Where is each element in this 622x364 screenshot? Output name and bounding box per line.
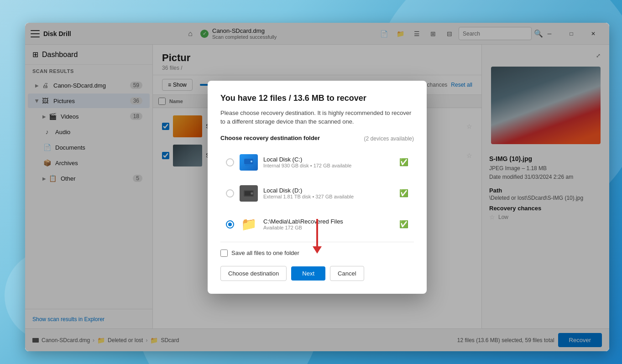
recovery-modal: You have 12 files / 13.6 MB to recover P…	[208, 81, 427, 294]
modal-footer: Choose destination Next Cancel	[220, 266, 414, 281]
radio-btn-d[interactable]	[226, 189, 234, 198]
modal-description: Please choose recovery destination. It i…	[220, 109, 414, 126]
device-info-folder: C:\Media\Lab\Recovered Files Available 1…	[263, 218, 394, 230]
choose-destination-btn[interactable]: Choose destination	[220, 266, 287, 281]
device-ok-c: ✅	[399, 158, 408, 166]
save-to-one-folder-checkbox[interactable]	[220, 250, 228, 257]
device-name-d: Local Disk (D:)	[263, 187, 394, 194]
device-name-folder: C:\Media\Lab\Recovered Files	[263, 218, 394, 225]
next-btn[interactable]: Next	[291, 266, 325, 281]
device-name-c: Local Disk (C:)	[263, 156, 394, 163]
device-desc-folder: Available 172 GB	[263, 225, 394, 230]
arrow-head	[313, 246, 322, 254]
app-window: Disk Drill ⌂ ✓ Canon-SDcard.dmg Scan com…	[25, 23, 609, 351]
modal-section-label: Choose recovery destination folder	[220, 135, 320, 141]
modal-section-header: Choose recovery destination folder (2 de…	[220, 135, 414, 143]
save-to-one-folder-label: Save all files to one folder	[231, 250, 299, 256]
svg-point-2	[251, 161, 252, 162]
svg-rect-1	[245, 165, 252, 166]
device-option-c[interactable]: Local Disk (C:) Internal 930 GB disk • 1…	[220, 149, 414, 176]
arrow-indicator	[313, 219, 322, 254]
modal-title: You have 12 files / 13.6 MB to recover	[220, 94, 414, 103]
arrow-shaft	[316, 219, 318, 246]
device-option-d[interactable]: Local Disk (D:) External 1.81 TB disk • …	[220, 180, 414, 207]
radio-btn-folder[interactable]	[226, 220, 234, 229]
device-icon-folder: 📁	[240, 216, 258, 233]
device-ok-folder: ✅	[399, 220, 408, 229]
device-icon-c	[240, 154, 258, 171]
device-desc-d: External 1.81 TB disk • 327 GB available	[263, 194, 394, 199]
device-desc-c: Internal 930 GB disk • 172 GB available	[263, 163, 394, 168]
modal-overlay: You have 12 files / 13.6 MB to recover P…	[25, 23, 609, 351]
device-info-d: Local Disk (D:) External 1.81 TB disk • …	[263, 187, 394, 199]
radio-btn-c[interactable]	[226, 158, 234, 166]
device-info-c: Local Disk (C:) Internal 930 GB disk • 1…	[263, 156, 394, 168]
cancel-btn[interactable]: Cancel	[330, 266, 364, 281]
svg-point-6	[251, 192, 253, 194]
device-ok-d: ✅	[399, 189, 408, 198]
device-icon-d	[240, 185, 258, 202]
modal-devices-count: (2 devices available)	[364, 135, 414, 142]
